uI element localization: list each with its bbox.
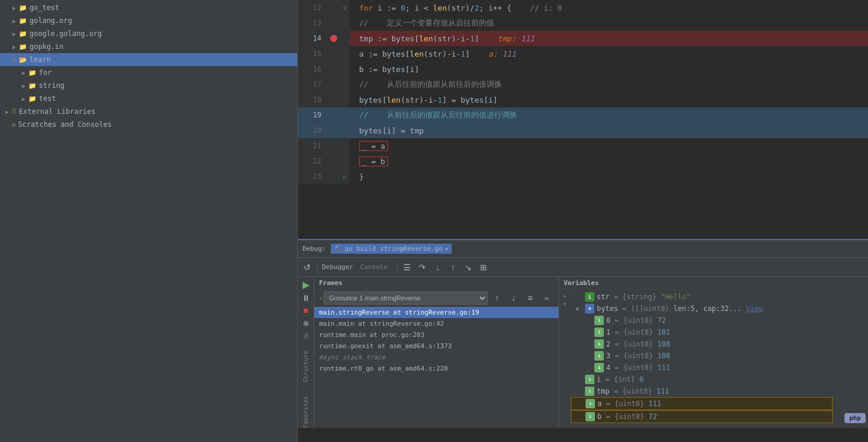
frames-header: Frames <box>314 277 558 290</box>
sidebar-item-label: google.golang.org <box>29 30 102 38</box>
breakpoint-area-23[interactable] <box>327 169 340 184</box>
line-number-15: 15 <box>298 46 327 61</box>
breakpoint-area-22[interactable] <box>327 153 340 169</box>
expand-arrow: ▶ <box>9 44 19 50</box>
variable-type-icon-small: i <box>585 375 594 384</box>
line-number-23: 23 <box>298 169 327 184</box>
code-line-22: 22 _ = b <box>298 153 868 169</box>
scratches-icon: ⊙ <box>12 121 16 129</box>
sidebar-item-label: gopkg.in <box>29 42 64 51</box>
code-line-13: 13 // 定义一个变量存放从后往前的值 <box>298 15 868 31</box>
breakpoint-area-16[interactable] <box>327 61 340 77</box>
expand-arrow: ▶ <box>19 96 28 102</box>
filter-frames-button[interactable]: ∞ <box>540 291 554 305</box>
breakpoint-area-21[interactable] <box>327 138 340 153</box>
code-line-17: 17 // 从后往前的值跟从前往后的值调换 <box>298 77 868 92</box>
sidebar-item-external-libs[interactable]: ▶ ⠿ External Libraries <box>0 105 297 118</box>
debugger-tab-label[interactable]: Debugger <box>322 263 353 271</box>
var-expand-icon[interactable]: ▼ <box>576 306 585 312</box>
code-content-16: b := bytes[i] <box>350 61 868 77</box>
folder-icon: 📁 <box>19 30 27 38</box>
view-breakpoints-button[interactable]: ⊕ <box>299 318 313 329</box>
sidebar-item-google-golang[interactable]: ▶ 📁 google.golang.org <box>0 27 297 40</box>
variable-bytes-0: i 0 = {uint8} 72 <box>571 315 833 326</box>
sidebar-item-string[interactable]: ▶ 📁 string <box>0 79 297 92</box>
mute-breakpoints-button[interactable]: ⊘ <box>299 331 313 342</box>
variable-str: i str = {string} "Hello" <box>571 291 833 303</box>
fold-area-18 <box>340 92 350 107</box>
structure-sidebar-label[interactable]: Structure <box>303 351 309 382</box>
breakpoint-area-15[interactable] <box>327 46 340 61</box>
debug-panel: Debug: 🔨 go build stringReverse.go ✕ ↺ D… <box>298 239 868 428</box>
code-content-23: } <box>350 169 868 184</box>
breakpoint-area-20[interactable] <box>327 123 340 138</box>
sidebar-item-learn[interactable]: ▼ 📂 learn <box>0 53 297 66</box>
variable-type-icon: ⊞ <box>585 304 594 313</box>
code-lines: 12 ▽ for i := 0; i < len(str)/2; i++ { /… <box>298 0 868 239</box>
step-over-button[interactable]: ↷ <box>415 260 429 274</box>
code-line-20: 20 bytes[i] = tmp <box>298 123 868 138</box>
breakpoint-area-17[interactable] <box>327 77 340 92</box>
frame-down-button[interactable]: ↓ <box>507 291 521 305</box>
sidebar-item-golang[interactable]: ▶ 📁 golang.org <box>0 14 297 27</box>
sidebar-item-test[interactable]: ▶ 📁 test <box>0 92 297 105</box>
pause-button[interactable]: ⏸ <box>299 293 313 303</box>
variable-type-icon-small: i <box>594 339 604 349</box>
code-line-21: 21 _ = a <box>298 138 868 153</box>
debug-toolbar: ↺ Debugger Console ☰ ↷ ↓ ↑ ↘ ⊞ <box>298 258 868 277</box>
step-out-button[interactable]: ↑ <box>446 260 460 274</box>
code-content-20: bytes[i] = tmp <box>350 123 868 138</box>
breakpoint-area-14[interactable] <box>327 31 340 46</box>
frame-item-5[interactable]: runtime.rt0_go at asm_amd64.s:220 <box>314 363 558 374</box>
debug-file-tab[interactable]: 🔨 go build stringReverse.go ✕ <box>331 244 452 254</box>
restart-debug-button[interactable]: ↺ <box>300 260 314 274</box>
frame-up-button[interactable]: ↑ <box>490 291 504 305</box>
fold-area-17 <box>340 77 350 92</box>
library-icon: ⠿ <box>12 108 17 116</box>
settings-button[interactable]: ☰ <box>400 260 414 274</box>
sidebar-item-go_test[interactable]: ▶ 📁 go_test <box>0 1 297 14</box>
frame-item-3[interactable]: runtime.goexit at asm_amd64.s:1373 <box>314 340 558 352</box>
sidebar-item-gopkg[interactable]: ▶ 📁 gopkg.in <box>0 40 297 53</box>
folder-icon: 📁 <box>28 69 37 77</box>
evaluate-button[interactable]: ⊞ <box>476 260 491 274</box>
frames-header-label: Frames <box>319 279 343 287</box>
stop-button[interactable]: ■ <box>299 306 313 316</box>
sidebar-item-label: learn <box>29 55 51 64</box>
frame-item-0[interactable]: main.stringReverse at stringReverse.go:1… <box>314 307 558 318</box>
line-number-20: 20 <box>298 123 327 138</box>
frame-item-2[interactable]: runtime.main at proc.go:203 <box>314 329 558 340</box>
sidebar-item-for[interactable]: ▶ 📁 for <box>0 66 297 79</box>
sidebar-item-label: for <box>39 68 52 77</box>
goroutine-select[interactable]: Goroutine 1 main.stringReverse <box>324 292 488 305</box>
copy-stack-button[interactable]: ≡ <box>523 291 537 305</box>
run-to-cursor-button[interactable]: ↘ <box>461 260 475 274</box>
variable-type-icon: i <box>585 292 594 302</box>
console-tab-label[interactable]: Console <box>360 263 387 271</box>
debug-close-button[interactable]: ✕ <box>445 245 448 252</box>
sidebar-item-scratches[interactable]: ▶ ⊙ Scratches and Consoles <box>0 118 297 131</box>
folder-icon: 📁 <box>19 4 27 12</box>
code-line-12: 12 ▽ for i := 0; i < len(str)/2; i++ { /… <box>298 0 868 15</box>
breakpoint-area-12[interactable] <box>327 0 340 15</box>
variable-a: i a = {uint8} 111 <box>571 397 833 410</box>
frames-panel: Frames ✓ Goroutine 1 main.stringReverse … <box>314 277 559 428</box>
resume-button[interactable]: ▶ <box>299 279 313 290</box>
toolbar-separator-2 <box>397 261 397 273</box>
sidebar-item-label: golang.org <box>29 17 72 25</box>
folder-icon: 📁 <box>28 82 37 90</box>
step-into-button[interactable]: ↓ <box>430 260 445 274</box>
line-number-18: 18 <box>298 92 327 107</box>
folder-icon: 📁 <box>19 17 27 25</box>
scroll-down-arrow[interactable]: ▼ <box>563 301 566 307</box>
frame-item-1[interactable]: main.main at stringReverse.go:42 <box>314 318 558 329</box>
sidebar-item-label: Scratches and Consoles <box>18 120 112 129</box>
fold-area-12: ▽ <box>340 0 350 15</box>
breakpoint-area-13[interactable] <box>327 15 340 31</box>
breakpoint-area-19[interactable] <box>327 107 340 123</box>
favorites-sidebar-label[interactable]: Favorites <box>303 396 309 428</box>
scroll-up-arrow[interactable]: ▲ <box>563 292 566 299</box>
breakpoint-area-18[interactable] <box>327 92 340 107</box>
view-bytes-link[interactable]: View <box>746 305 763 313</box>
fold-area-21 <box>340 138 350 153</box>
